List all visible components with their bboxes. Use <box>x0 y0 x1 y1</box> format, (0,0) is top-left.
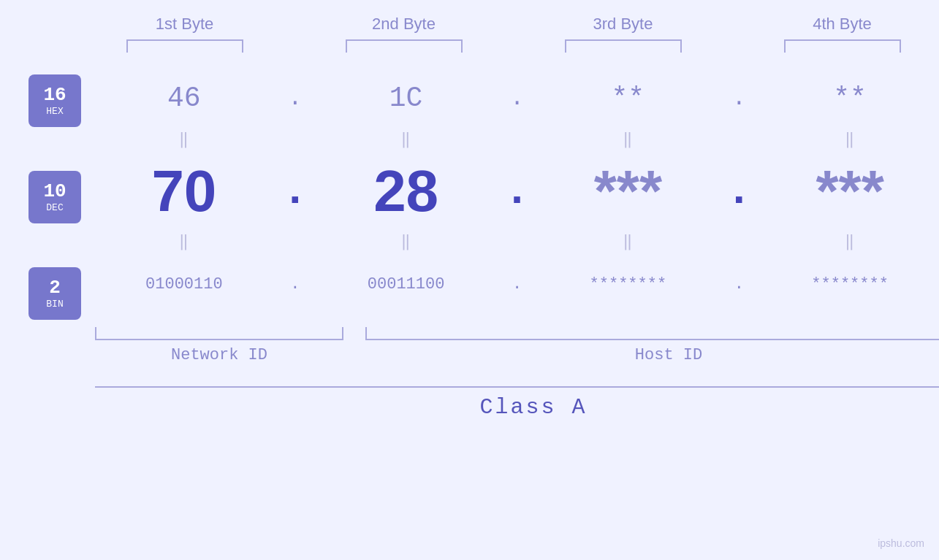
bin-badge: 2 BIN <box>28 267 81 320</box>
host-bracket <box>365 327 939 340</box>
byte3-header: 3rd Byte <box>514 15 733 39</box>
eq2-b2: ‖ <box>317 234 495 250</box>
hex-b1: 46 <box>167 83 201 114</box>
dec-b1-cell: 70 <box>95 158 273 225</box>
eq1-b2: ‖ <box>317 132 495 148</box>
hex-badge-label: HEX <box>46 106 63 117</box>
dec-badge-label: DEC <box>46 202 63 213</box>
hex-badge-number: 16 <box>43 85 66 106</box>
byte1-header: 1st Byte <box>75 15 294 39</box>
hex-b4: ** <box>833 83 867 114</box>
class-row: Class A <box>95 386 939 420</box>
bin-badge-number: 2 <box>49 277 61 299</box>
class-label: Class A <box>479 395 587 420</box>
hex-b3-cell: ** <box>539 83 718 114</box>
hex-b3: ** <box>612 83 645 114</box>
dec-b1: 70 <box>151 158 216 225</box>
bin-b4-cell: ******** <box>761 275 939 294</box>
bracket-cell-1 <box>75 39 294 53</box>
dec-b2: 28 <box>373 158 438 225</box>
dec-dot3: . <box>717 166 761 216</box>
eq1-b4: ‖ <box>761 132 939 148</box>
hex-b1-cell: 46 <box>95 83 273 114</box>
bracket-cell-3 <box>514 39 733 53</box>
bracket-3 <box>565 39 682 53</box>
bin-dot1: . <box>273 275 317 294</box>
eq2-b4: ‖ <box>761 234 939 250</box>
bin-b3-cell: ******** <box>539 275 718 294</box>
dec-b3: *** <box>594 158 662 225</box>
hex-b2: 1C <box>389 83 423 114</box>
hex-row: 46 . 1C . ** . ** <box>95 67 939 129</box>
bin-b1-cell: 01000110 <box>95 275 273 294</box>
eq1-b3: ‖ <box>539 132 718 148</box>
byte-headers: 1st Byte 2nd Byte 3rd Byte 4th Byte <box>75 15 940 39</box>
bin-b2: 00011100 <box>368 275 445 294</box>
bracket-cell-2 <box>294 39 514 53</box>
byte2-header: 2nd Byte <box>294 15 514 39</box>
bin-row: 01000110 . 00011100 . ******** . <box>95 253 939 315</box>
bracket-cell-4 <box>733 39 940 53</box>
hex-dot2: . <box>495 85 539 112</box>
watermark: ipshu.com <box>878 537 924 549</box>
dec-dot1: . <box>273 166 317 216</box>
bracket-1 <box>126 39 243 53</box>
equals-row-2: ‖ ‖ ‖ ‖ <box>95 231 939 253</box>
hex-b2-cell: 1C <box>317 83 495 114</box>
dec-b3-cell: *** <box>539 158 718 225</box>
bin-b1: 01000110 <box>145 275 223 294</box>
network-bracket <box>95 327 343 340</box>
content-area: 16 HEX 10 DEC 2 BIN 46 . <box>0 67 939 320</box>
bin-dot3: . <box>717 275 761 294</box>
dec-row: 70 . 28 . *** . *** <box>95 151 939 231</box>
host-id-label: Host ID <box>365 346 939 364</box>
bottom-labels: Network ID Host ID <box>95 346 939 364</box>
bottom-brackets <box>95 327 939 340</box>
dec-b4: *** <box>816 158 883 225</box>
network-id-label: Network ID <box>95 346 343 364</box>
hex-dot3: . <box>717 85 761 112</box>
bracket-2 <box>346 39 463 53</box>
badges-column: 16 HEX 10 DEC 2 BIN <box>0 67 95 320</box>
main-container: 1st Byte 2nd Byte 3rd Byte 4th Byte 16 H… <box>0 0 939 560</box>
hex-dot1: . <box>273 85 317 112</box>
top-brackets <box>75 39 940 53</box>
eq1-b1: ‖ <box>95 132 273 148</box>
dec-b4-cell: *** <box>761 158 939 225</box>
values-grid: 46 . 1C . ** . ** <box>95 67 939 315</box>
bin-b2-cell: 00011100 <box>317 275 495 294</box>
dec-dot2: . <box>495 166 539 216</box>
dec-b2-cell: 28 <box>317 158 495 225</box>
byte4-header: 4th Byte <box>733 15 940 39</box>
equals-row-1: ‖ ‖ ‖ ‖ <box>95 129 939 151</box>
dec-badge: 10 DEC <box>28 171 81 223</box>
bin-dot2: . <box>495 275 539 294</box>
dec-badge-number: 10 <box>43 181 66 202</box>
hex-badge: 16 HEX <box>28 74 81 127</box>
bracket-4 <box>784 39 901 53</box>
hex-b4-cell: ** <box>761 83 939 114</box>
bottom-section: Network ID Host ID Class A <box>0 327 939 420</box>
bin-badge-label: BIN <box>46 299 63 310</box>
bin-b3: ******** <box>590 275 667 294</box>
eq2-b3: ‖ <box>539 234 718 250</box>
bin-b4: ******** <box>811 275 889 294</box>
eq2-b1: ‖ <box>95 234 273 250</box>
